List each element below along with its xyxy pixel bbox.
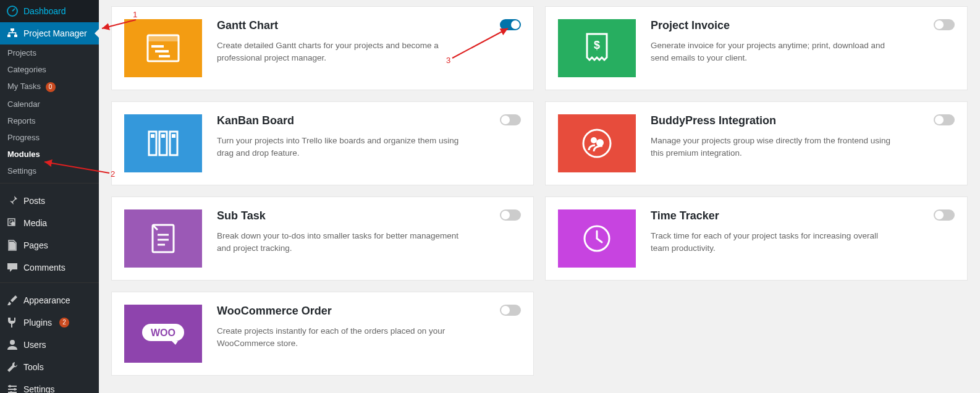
submenu-reports[interactable]: Reports bbox=[0, 112, 99, 129]
my-tasks-count-badge: 0 bbox=[46, 82, 56, 92]
module-toggle-gantt[interactable] bbox=[500, 19, 521, 30]
menu-appearance-label: Appearance bbox=[23, 295, 70, 305]
pages-icon bbox=[6, 239, 19, 251]
module-card-buddypress: BuddyPress Integration Manage your proje… bbox=[545, 101, 968, 185]
submenu-progress[interactable]: Progress bbox=[0, 129, 99, 146]
menu-tools[interactable]: Tools bbox=[0, 356, 99, 378]
pin-icon bbox=[6, 195, 19, 207]
menu-separator bbox=[0, 282, 99, 285]
module-title: Gantt Chart bbox=[217, 19, 490, 32]
svg-point-7 bbox=[14, 388, 16, 391]
module-card-subtask: Sub Task Break down your to-dos into sma… bbox=[111, 196, 534, 281]
clock-icon bbox=[558, 209, 636, 268]
plugins-count-badge: 2 bbox=[59, 318, 69, 328]
module-toggle-subtask[interactable] bbox=[500, 209, 521, 221]
module-desc: Break down your to-dos into smaller task… bbox=[217, 230, 464, 255]
menu-appearance[interactable]: Appearance bbox=[0, 289, 99, 311]
module-desc: Track time for each of your project task… bbox=[651, 230, 898, 255]
module-card-woocommerce: WOO WooCommerce Order Create projects in… bbox=[111, 292, 534, 376]
svg-text:$: $ bbox=[594, 39, 600, 51]
menu-pages-label: Pages bbox=[23, 240, 48, 250]
plug-icon bbox=[6, 316, 19, 329]
menu-users-label: Users bbox=[23, 340, 46, 350]
brush-icon bbox=[6, 294, 19, 306]
module-desc: Manage your projects group wise directly… bbox=[651, 135, 898, 160]
module-desc: Create detailed Gantt charts for your pr… bbox=[217, 40, 464, 65]
module-desc: Turn your projects into Trello like boar… bbox=[217, 135, 464, 160]
submenu-modules[interactable]: Modules bbox=[0, 146, 99, 163]
submenu-calendar[interactable]: Calendar bbox=[0, 96, 99, 112]
menu-project-manager[interactable]: Project Manager bbox=[0, 22, 99, 44]
menu-plugins-label: Plugins bbox=[23, 318, 52, 328]
menu-media-label: Media bbox=[23, 218, 47, 228]
module-desc: Generate invoice for your projects anyti… bbox=[651, 40, 898, 65]
menu-tools-label: Tools bbox=[23, 362, 44, 372]
module-toggle-buddypress[interactable] bbox=[934, 114, 955, 125]
user-icon bbox=[6, 339, 19, 351]
modules-col-right: $ Project Invoice Generate invoice for y… bbox=[545, 6, 968, 388]
module-title: Sub Task bbox=[217, 209, 490, 222]
svg-text:WOO: WOO bbox=[151, 328, 175, 338]
svg-rect-13 bbox=[159, 55, 170, 57]
svg-rect-12 bbox=[155, 50, 169, 53]
module-toggle-woocommerce[interactable] bbox=[500, 305, 521, 316]
invoice-icon: $ bbox=[558, 19, 636, 77]
module-card-kanban: KanBan Board Turn your projects into Tre… bbox=[111, 101, 534, 185]
module-title: Project Invoice bbox=[651, 19, 924, 32]
menu-wp-settings[interactable]: Settings bbox=[0, 378, 99, 394]
submenu-settings[interactable]: Settings bbox=[0, 163, 99, 179]
svg-point-6 bbox=[9, 385, 11, 387]
comments-icon bbox=[6, 261, 19, 274]
module-title: WooCommerce Order bbox=[217, 305, 490, 318]
menu-comments-label: Comments bbox=[23, 263, 65, 273]
svg-rect-10 bbox=[148, 35, 179, 41]
module-card-gantt: Gantt Chart Create detailed Gantt charts… bbox=[111, 6, 534, 90]
submenu-my-tasks[interactable]: My Tasks 0 bbox=[0, 78, 99, 96]
module-toggle-kanban[interactable] bbox=[500, 114, 521, 125]
module-desc: Create projects instantly for each of th… bbox=[217, 325, 464, 350]
svg-rect-2 bbox=[7, 35, 11, 37]
buddypress-icon bbox=[558, 114, 636, 172]
module-title: KanBan Board bbox=[217, 114, 490, 127]
menu-dashboard[interactable]: Dashboard bbox=[0, 0, 99, 22]
subtask-icon bbox=[124, 209, 202, 268]
menu-posts[interactable]: Posts bbox=[0, 190, 99, 212]
menu-users[interactable]: Users bbox=[0, 334, 99, 356]
media-icon bbox=[6, 217, 19, 229]
svg-point-5 bbox=[10, 340, 15, 345]
dashboard-icon bbox=[6, 5, 19, 17]
menu-plugins[interactable]: Plugins 2 bbox=[0, 311, 99, 334]
menu-wp-settings-label: Settings bbox=[23, 384, 55, 394]
module-card-invoice: $ Project Invoice Generate invoice for y… bbox=[545, 6, 968, 90]
submenu-my-tasks-label: My Tasks bbox=[7, 82, 41, 91]
sliders-icon bbox=[6, 383, 19, 394]
woocommerce-icon: WOO bbox=[124, 305, 202, 363]
sitemap-icon bbox=[6, 27, 19, 40]
svg-rect-19 bbox=[172, 134, 175, 138]
kanban-board-icon bbox=[124, 114, 202, 172]
menu-pages[interactable]: Pages bbox=[0, 234, 99, 256]
svg-rect-11 bbox=[151, 45, 164, 48]
menu-project-manager-label: Project Manager bbox=[23, 28, 87, 38]
svg-rect-3 bbox=[14, 35, 17, 37]
module-toggle-invoice[interactable] bbox=[934, 19, 955, 30]
menu-comments[interactable]: Comments bbox=[0, 256, 99, 279]
module-card-timetracker: Time Tracker Track time for each of your… bbox=[545, 196, 968, 281]
module-title: BuddyPress Integration bbox=[651, 114, 924, 127]
module-toggle-timetracker[interactable] bbox=[934, 209, 955, 221]
menu-media[interactable]: Media bbox=[0, 212, 99, 234]
modules-col-left: Gantt Chart Create detailed Gantt charts… bbox=[111, 6, 534, 388]
svg-point-28 bbox=[591, 137, 597, 143]
menu-separator bbox=[0, 183, 99, 186]
wrench-icon bbox=[6, 361, 19, 373]
gantt-chart-icon bbox=[124, 19, 202, 77]
submenu-projects[interactable]: Projects bbox=[0, 44, 99, 61]
svg-point-8 bbox=[10, 391, 12, 394]
module-title: Time Tracker bbox=[651, 209, 924, 222]
menu-dashboard-label: Dashboard bbox=[23, 6, 66, 16]
svg-rect-1 bbox=[11, 28, 14, 31]
submenu-categories[interactable]: Categories bbox=[0, 61, 99, 78]
modules-content: Gantt Chart Create detailed Gantt charts… bbox=[99, 0, 980, 393]
admin-sidebar: Dashboard Project Manager Projects Categ… bbox=[0, 0, 99, 393]
svg-rect-17 bbox=[151, 134, 154, 138]
